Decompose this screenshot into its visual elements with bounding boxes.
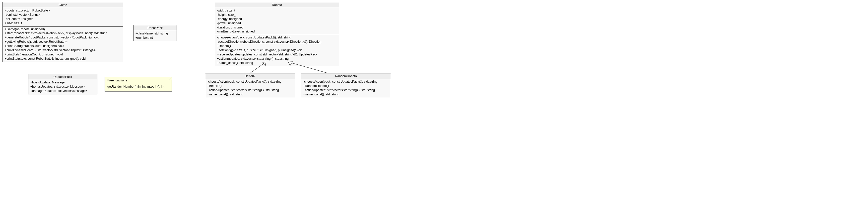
attr: -energy: unsigned (217, 17, 337, 21)
attr: +className: std::string (135, 31, 175, 36)
attr: -power: unsigned (217, 21, 337, 25)
class-game-ops: +Game(nbRobots: unsigned) +start(robotPa… (3, 27, 123, 62)
op: +BetterR() (207, 84, 293, 88)
op: +getLivingRobots(): std::vector<RobotSta… (5, 40, 121, 44)
op: +name_const(): std::string (217, 61, 337, 65)
class-roboto-title: Roboto (215, 2, 339, 8)
op: +action(updates: std::vector<std::string… (303, 88, 389, 92)
op: +printBoard(iterationCount: unsigned): v… (5, 44, 121, 48)
class-updatespack: UpdatesPack +boardUpdate: Message +bonus… (28, 74, 97, 95)
op: +printStats(iterationCount: unsigned): v… (5, 52, 121, 57)
op-static: +printStat(state: const RobotState&, ind… (5, 57, 121, 61)
attr: +boardUpdate: Message (30, 80, 95, 85)
class-game: Game -robots: std::vector<RobotState> -b… (2, 2, 123, 62)
attr: -nbRobots: unsigned (5, 17, 121, 21)
op: +start(robotPacks: std::vector<RobotPack… (5, 31, 121, 35)
attr: +size: size_t (5, 21, 121, 25)
class-robotpack: RobotPack +className: std::string +numbe… (133, 25, 177, 41)
note-body: getRandomNumber(min: int, max: int): int (107, 85, 169, 89)
op: +RandomRoboto() (303, 84, 389, 88)
attr: -width: size_t (217, 8, 337, 13)
class-updatespack-title: UpdatesPack (28, 74, 97, 80)
op: +receiveUpdates(updates: const std::vect… (217, 52, 337, 57)
op: +Game(nbRobots: unsigned) (5, 27, 121, 31)
attr: -iteration: unsigned (217, 25, 337, 30)
class-randomroboto: RandomRoboto -chooseAction(pack: const U… (301, 73, 391, 98)
op: -chooseAction(pack: const UpdatesPack&):… (217, 35, 337, 40)
attr: +number: int (135, 36, 175, 40)
class-updatespack-attrs: +boardUpdate: Message +bonusUpdates: std… (28, 80, 97, 94)
class-roboto-attrs: -width: size_t -height: size_t -energy: … (215, 8, 339, 35)
attr: -minEnergyLevel: unsigned (217, 29, 337, 34)
op: +buildDynamicBoard(): std::vector<std::v… (5, 48, 121, 52)
op: +name_const(): std::string (303, 92, 389, 97)
op: -chooseAction(pack: const UpdatesPack&):… (207, 80, 293, 84)
class-randomroboto-title: RandomRoboto (301, 73, 391, 79)
attr: +damageUpdates: std::vector<Message> (30, 89, 95, 93)
attr: -robots: std::vector<RobotState> (5, 8, 121, 13)
inheritance-connectors (0, 0, 868, 213)
op-static: -escapeDirection(robotsDirections: const… (217, 40, 337, 44)
note-free-functions: Free functions getRandomNumber(min: int,… (104, 77, 172, 91)
op: +action(updates: std::vector<std::string… (207, 88, 293, 92)
note-fold-icon (168, 77, 172, 80)
attr: +bonusUpdates: std::vector<Message> (30, 85, 95, 89)
op: +name_const(): std::string (207, 92, 293, 97)
op: -chooseAction(pack: const UpdatesPack&):… (303, 80, 389, 84)
note-title: Free functions (107, 78, 169, 83)
class-game-title: Game (3, 2, 123, 8)
class-betterr-ops: -chooseAction(pack: const UpdatesPack&):… (205, 79, 295, 98)
op: +action(updates: std::vector<std::string… (217, 57, 337, 61)
class-betterr: BetterR -chooseAction(pack: const Update… (205, 73, 295, 98)
class-robotpack-attrs: +className: std::string +number: int (133, 31, 177, 41)
op: +generateRobots(robotPacks: const std::v… (5, 35, 121, 40)
class-roboto: Roboto -width: size_t -height: size_t -e… (215, 2, 339, 66)
class-randomroboto-ops: -chooseAction(pack: const UpdatesPack&):… (301, 79, 391, 98)
attr: -boni: std::vector<Bonus> (5, 13, 121, 17)
class-game-attrs: -robots: std::vector<RobotState> -boni: … (3, 8, 123, 27)
op: +setConfig(w: size_t, h: size_t, e: unsi… (217, 48, 337, 52)
class-roboto-ops: -chooseAction(pack: const UpdatesPack&):… (215, 35, 339, 66)
op: +Roboto() (217, 44, 337, 48)
class-betterr-title: BetterR (205, 73, 295, 79)
attr: -height: size_t (217, 13, 337, 17)
class-robotpack-title: RobotPack (133, 25, 177, 31)
